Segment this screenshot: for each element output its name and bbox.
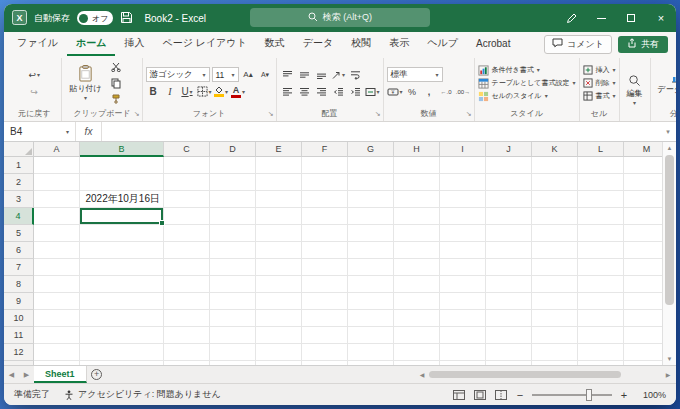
column-header-C[interactable]: C bbox=[164, 142, 210, 157]
decrease-font-icon[interactable]: A▾ bbox=[258, 67, 273, 82]
cell-H[interactable] bbox=[394, 361, 440, 365]
ribbon-tab-ホーム[interactable]: ホーム bbox=[67, 32, 115, 56]
formula-bar-expand-icon[interactable]: ▾ bbox=[660, 122, 676, 141]
cell-H7[interactable] bbox=[394, 259, 440, 276]
row-header-8[interactable]: 8 bbox=[4, 276, 34, 293]
cell-M9[interactable] bbox=[624, 293, 662, 310]
cell-I[interactable] bbox=[440, 361, 486, 365]
cell-I11[interactable] bbox=[440, 327, 486, 344]
horizontal-scrollbar[interactable]: ◀ ▶ bbox=[414, 366, 676, 383]
align-bottom-button[interactable] bbox=[314, 67, 329, 82]
ribbon-tab-数式[interactable]: 数式 bbox=[256, 32, 294, 56]
cell-M3[interactable] bbox=[624, 191, 662, 208]
cell-A[interactable] bbox=[34, 361, 80, 365]
format-painter-button[interactable] bbox=[109, 92, 124, 107]
cell-D5[interactable] bbox=[210, 225, 256, 242]
cell-G8[interactable] bbox=[348, 276, 394, 293]
row-header-7[interactable]: 7 bbox=[4, 259, 34, 276]
cell-M11[interactable] bbox=[624, 327, 662, 344]
ribbon-tab-ヘルプ[interactable]: ヘルプ bbox=[418, 32, 467, 56]
cell-E3[interactable] bbox=[256, 191, 302, 208]
cell-J8[interactable] bbox=[486, 276, 532, 293]
ribbon-tab-ファイル[interactable]: ファイル bbox=[8, 32, 67, 56]
zoom-slider[interactable] bbox=[532, 394, 612, 396]
ribbon-tab-ページ レイアウト[interactable]: ページ レイアウト bbox=[153, 32, 255, 56]
cell-D9[interactable] bbox=[210, 293, 256, 310]
cell-B3[interactable]: 2022年10月16日 bbox=[80, 191, 164, 208]
cell-K5[interactable] bbox=[532, 225, 578, 242]
cell-J11[interactable] bbox=[486, 327, 532, 344]
cell-I5[interactable] bbox=[440, 225, 486, 242]
cell-G10[interactable] bbox=[348, 310, 394, 327]
increase-decimal-button[interactable]: ←.0 bbox=[439, 84, 454, 99]
column-header-K[interactable]: K bbox=[532, 142, 578, 157]
row-header-3[interactable]: 3 bbox=[4, 191, 34, 208]
data-analysis-button[interactable]: データ分析 bbox=[654, 69, 676, 97]
cell-E4[interactable] bbox=[256, 208, 302, 225]
cell-D3[interactable] bbox=[210, 191, 256, 208]
cell-L9[interactable] bbox=[578, 293, 624, 310]
align-center-button[interactable] bbox=[297, 84, 312, 99]
wrap-text-button[interactable] bbox=[348, 67, 363, 82]
cell-F8[interactable] bbox=[302, 276, 348, 293]
cell-G3[interactable] bbox=[348, 191, 394, 208]
new-sheet-button[interactable]: + bbox=[87, 366, 107, 383]
cell-H6[interactable] bbox=[394, 242, 440, 259]
cell-I3[interactable] bbox=[440, 191, 486, 208]
align-top-button[interactable] bbox=[280, 67, 295, 82]
cell-B1[interactable] bbox=[80, 157, 164, 174]
cell-G12[interactable] bbox=[348, 344, 394, 361]
cell-I2[interactable] bbox=[440, 174, 486, 191]
cell-C9[interactable] bbox=[164, 293, 210, 310]
column-header-J[interactable]: J bbox=[486, 142, 532, 157]
row-header-2[interactable]: 2 bbox=[4, 174, 34, 191]
cell-D7[interactable] bbox=[210, 259, 256, 276]
ribbon-tab-Acrobat[interactable]: Acrobat bbox=[467, 32, 519, 56]
cell-J6[interactable] bbox=[486, 242, 532, 259]
font-size-select[interactable]: 11▾ bbox=[212, 67, 239, 82]
cell-K3[interactable] bbox=[532, 191, 578, 208]
percent-format-button[interactable]: % bbox=[405, 84, 420, 99]
column-header-H[interactable]: H bbox=[394, 142, 440, 157]
delete-cells-button[interactable]: 削除▾ bbox=[583, 77, 616, 90]
scroll-right-icon[interactable]: ▶ bbox=[662, 371, 674, 378]
cell-M5[interactable] bbox=[624, 225, 662, 242]
cell-K1[interactable] bbox=[532, 157, 578, 174]
formula-input[interactable] bbox=[102, 122, 660, 141]
cell-M7[interactable] bbox=[624, 259, 662, 276]
cell-K9[interactable] bbox=[532, 293, 578, 310]
row-header-12[interactable]: 12 bbox=[4, 344, 34, 361]
cell-H4[interactable] bbox=[394, 208, 440, 225]
cell-J1[interactable] bbox=[486, 157, 532, 174]
font-color-button[interactable]: A▾ bbox=[231, 84, 246, 99]
column-header-A[interactable]: A bbox=[34, 142, 80, 157]
cell-M8[interactable] bbox=[624, 276, 662, 293]
cell-A3[interactable] bbox=[34, 191, 80, 208]
cell-J10[interactable] bbox=[486, 310, 532, 327]
scroll-left-icon[interactable]: ◀ bbox=[416, 371, 428, 378]
cell-E6[interactable] bbox=[256, 242, 302, 259]
orientation-button[interactable]: ▾ bbox=[331, 67, 346, 82]
cell-B2[interactable] bbox=[80, 174, 164, 191]
cell-E9[interactable] bbox=[256, 293, 302, 310]
maximize-button[interactable] bbox=[616, 4, 646, 32]
page-layout-view-button[interactable] bbox=[473, 389, 487, 401]
cell-L7[interactable] bbox=[578, 259, 624, 276]
cell-H9[interactable] bbox=[394, 293, 440, 310]
format-as-table-button[interactable]: テーブルとして書式設定▾ bbox=[478, 77, 576, 90]
cell-D[interactable] bbox=[210, 361, 256, 365]
search-box[interactable]: 検索 (Alt+Q) bbox=[250, 8, 430, 27]
cell-A7[interactable] bbox=[34, 259, 80, 276]
cell-D11[interactable] bbox=[210, 327, 256, 344]
cell-C12[interactable] bbox=[164, 344, 210, 361]
normal-view-button[interactable] bbox=[452, 389, 466, 401]
cell-G1[interactable] bbox=[348, 157, 394, 174]
cell-E7[interactable] bbox=[256, 259, 302, 276]
number-dialog-launcher[interactable]: ↘ bbox=[466, 108, 472, 120]
page-break-view-button[interactable] bbox=[494, 389, 508, 401]
cell-G[interactable] bbox=[348, 361, 394, 365]
cell-I6[interactable] bbox=[440, 242, 486, 259]
cut-button[interactable] bbox=[109, 60, 124, 75]
scroll-down-icon[interactable]: ▼ bbox=[663, 353, 676, 365]
cell-F9[interactable] bbox=[302, 293, 348, 310]
